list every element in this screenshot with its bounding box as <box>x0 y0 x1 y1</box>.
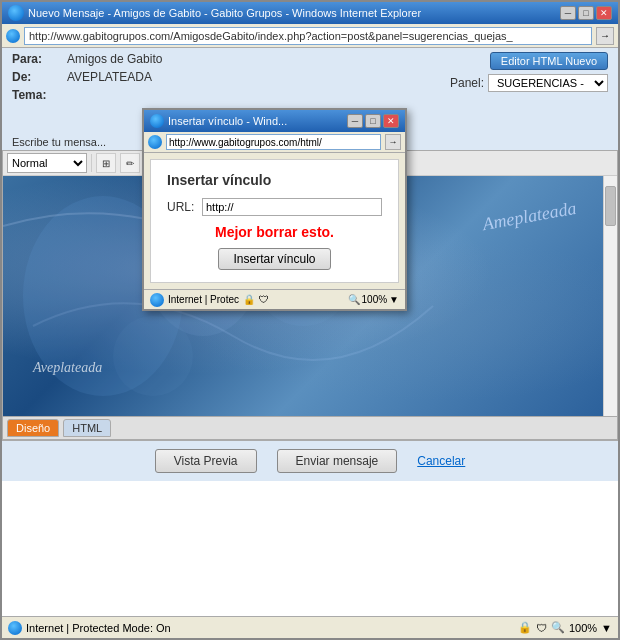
browser-title: Nuevo Mensaje - Amigos de Gabito - Gabit… <box>28 7 421 19</box>
address-input[interactable] <box>24 27 592 45</box>
popup-minimize-button[interactable]: ─ <box>347 114 363 128</box>
popup-address-bar: → <box>144 132 405 153</box>
minimize-button[interactable]: ─ <box>560 6 576 20</box>
title-bar: Nuevo Mensaje - Amigos de Gabito - Gabit… <box>2 2 618 24</box>
popup-url-label: URL: <box>167 200 202 214</box>
popup-title-bar: Insertar vínculo - Wind... ─ □ ✕ <box>144 110 405 132</box>
go-button[interactable]: → <box>596 27 614 45</box>
popup-annotation: Mejor borrar esto. <box>167 224 382 240</box>
status-left: Internet | Protected Mode: On <box>8 621 171 635</box>
popup-restore-button[interactable]: □ <box>365 114 381 128</box>
popup-status-bar: Internet | Protec 🔒 🛡 🔍 100% ▼ <box>144 289 405 309</box>
ie-logo-icon <box>8 5 24 21</box>
popup-title-text: Insertar vínculo - Wind... <box>168 115 287 127</box>
popup-address-icon <box>148 135 162 149</box>
popup-lock-icon: 🔒 <box>243 294 255 305</box>
popup-status-text: Internet | Protec <box>168 294 239 305</box>
status-text: Internet | Protected Mode: On <box>26 622 171 634</box>
zoom-dropdown-icon: ▼ <box>601 622 612 634</box>
popup-overlay: Insertar vínculo - Wind... ─ □ ✕ → <box>2 48 618 616</box>
zoom-icon: 🔍 <box>551 621 565 634</box>
title-bar-left: Nuevo Mensaje - Amigos de Gabito - Gabit… <box>8 5 421 21</box>
popup-content: Insertar vínculo URL: Mejor borrar esto.… <box>150 159 399 283</box>
title-bar-buttons: ─ □ ✕ <box>560 6 612 20</box>
lock-icon: 🔒 <box>518 621 532 634</box>
zoom-value: 100% <box>569 622 597 634</box>
status-bar: Internet | Protected Mode: On 🔒 🛡 🔍 100%… <box>2 616 618 638</box>
popup-dialog: Insertar vínculo - Wind... ─ □ ✕ → <box>142 108 407 311</box>
popup-title-left: Insertar vínculo - Wind... <box>150 114 287 128</box>
popup-zoom-area: 🔍 100% ▼ <box>348 294 399 305</box>
status-globe-icon <box>8 621 22 635</box>
popup-zoom-icon: 🔍 <box>348 294 360 305</box>
content-area: Para: Amigos de Gabito De: AVEPLATEADA T… <box>2 48 618 616</box>
popup-status-left: Internet | Protec 🔒 🛡 <box>150 293 269 307</box>
close-button[interactable]: ✕ <box>596 6 612 20</box>
browser-window: Nuevo Mensaje - Amigos de Gabito - Gabit… <box>0 0 620 640</box>
popup-status-icon <box>150 293 164 307</box>
restore-button[interactable]: □ <box>578 6 594 20</box>
popup-zoom-value: 100% <box>362 294 388 305</box>
popup-heading: Insertar vínculo <box>167 172 382 188</box>
status-right: 🔒 🛡 🔍 100% ▼ <box>518 621 612 634</box>
shield-icon: 🛡 <box>536 622 547 634</box>
popup-url-input[interactable] <box>202 198 382 216</box>
popup-go-button[interactable]: → <box>385 134 401 150</box>
popup-title-buttons: ─ □ ✕ <box>347 114 399 128</box>
address-globe-icon <box>6 29 20 43</box>
popup-url-row: URL: <box>167 198 382 216</box>
popup-address-input[interactable] <box>166 134 381 150</box>
popup-shield-icon: 🛡 <box>259 294 269 305</box>
popup-close-button[interactable]: ✕ <box>383 114 399 128</box>
popup-ie-icon <box>150 114 164 128</box>
address-bar: → <box>2 24 618 48</box>
popup-insert-button[interactable]: Insertar vínculo <box>218 248 330 270</box>
popup-zoom-dropdown-icon: ▼ <box>389 294 399 305</box>
